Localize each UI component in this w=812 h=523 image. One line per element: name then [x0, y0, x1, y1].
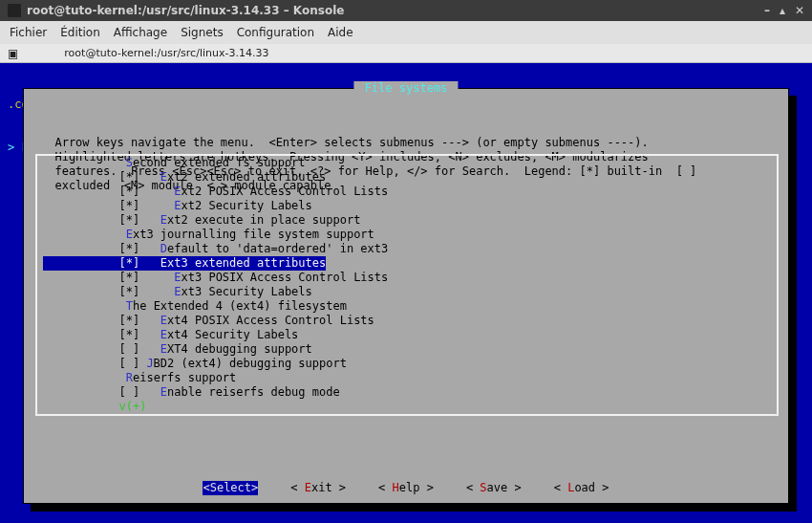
- window-titlebar: root@tuto-kernel:/usr/src/linux-3.14.33 …: [0, 0, 812, 21]
- menu-item[interactable]: [*] Ext3 Security Labels: [43, 285, 771, 299]
- app-icon: [8, 4, 21, 17]
- menu-item[interactable]: Reiserfs support: [43, 371, 771, 385]
- menu-item[interactable]: [*] Ext3 extended attributes: [43, 256, 326, 271]
- menu-item[interactable]: The Extended 4 (ext4) filesystem: [43, 299, 771, 314]
- menu-item[interactable]: [*] Default to 'data=ordered' in ext3: [43, 242, 771, 256]
- button-save[interactable]: < Save >: [466, 481, 522, 495]
- close-icon[interactable]: ✕: [795, 4, 804, 17]
- menu-item[interactable]: [*] Ext4 Security Labels: [43, 328, 771, 342]
- button-exit[interactable]: < Exit >: [290, 481, 346, 495]
- menu-item[interactable]: [ ] EXT4 debugging support: [43, 342, 771, 357]
- new-tab-icon[interactable]: ▣: [8, 48, 18, 59]
- menu-item-affichage[interactable]: Affichage: [114, 26, 167, 39]
- dialog-title: File systems: [353, 81, 458, 96]
- menuconfig-dialog: File systems Arrow keys navigate the men…: [23, 88, 789, 504]
- menu-item[interactable]: [*] Ext4 POSIX Access Control Lists: [43, 314, 771, 328]
- menu-item-configuration[interactable]: Configuration: [237, 26, 314, 39]
- button-select[interactable]: <Select>: [203, 481, 258, 495]
- menu-item[interactable]: [*] Ext2 POSIX Access Control Lists: [43, 185, 771, 199]
- menu-item[interactable]: [*] Ext3 POSIX Access Control Lists: [43, 271, 771, 285]
- scroll-down-indicator: v(+): [43, 400, 771, 414]
- maximize-icon[interactable]: ▴: [780, 4, 785, 17]
- button-bar: <Select>< Exit >< Help >< Save >< Load >: [24, 481, 788, 495]
- menu-item-fichier[interactable]: Fichier: [10, 26, 47, 39]
- button-help[interactable]: < Help >: [378, 481, 434, 495]
- menu-item[interactable]: Second extended fs support: [43, 156, 771, 170]
- menu-item[interactable]: [*] Ext2 Security Labels: [43, 199, 771, 213]
- tab-bar: ▣ root@tuto-kernel:/usr/src/linux-3.14.3…: [0, 44, 812, 63]
- minimize-icon[interactable]: –: [764, 4, 770, 17]
- menu-item[interactable]: [*] Ext2 execute in place support: [43, 213, 771, 228]
- menu-list[interactable]: Second extended fs support [*] Ext2 exte…: [35, 154, 779, 416]
- terminal-area[interactable]: .config - Linux/x86 3.14.33 Kernel Confi…: [0, 63, 812, 523]
- menu-item[interactable]: [ ] Enable reiserfs debug mode: [43, 385, 771, 400]
- menu-item-édition[interactable]: Édition: [60, 26, 100, 39]
- button-load[interactable]: < Load >: [554, 481, 609, 495]
- menu-item[interactable]: [ ] JBD2 (ext4) debugging support: [43, 357, 771, 371]
- menu-item[interactable]: Ext3 journalling file system support: [43, 228, 771, 242]
- menu-item-signets[interactable]: Signets: [181, 26, 224, 39]
- menu-item-aide[interactable]: Aide: [328, 26, 353, 39]
- tab-label[interactable]: root@tuto-kernel:/usr/src/linux-3.14.33: [64, 47, 268, 59]
- menubar: FichierÉditionAffichageSignetsConfigurat…: [0, 21, 812, 44]
- window-title: root@tuto-kernel:/usr/src/linux-3.14.33 …: [27, 4, 764, 17]
- menu-item[interactable]: [*] Ext2 extended attributes: [43, 170, 771, 185]
